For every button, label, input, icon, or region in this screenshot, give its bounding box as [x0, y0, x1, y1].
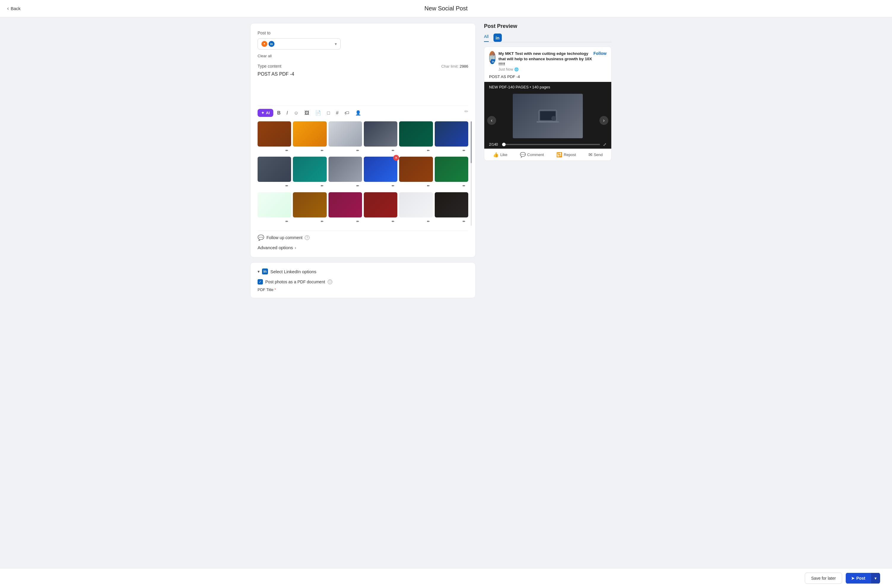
image-edit-button[interactable]: ✏ [425, 147, 432, 154]
post-to-dropdown[interactable]: ✦ in ▾ [258, 38, 341, 50]
image-edit-button[interactable]: ✏ [390, 218, 396, 225]
post-button[interactable]: ➤ Post [846, 573, 871, 584]
tag-icon: 🏷 [344, 110, 349, 116]
person-icon: 👤 [355, 110, 361, 116]
linkedin-logo: in [262, 268, 268, 274]
send-button[interactable]: ✉ Send [589, 152, 603, 158]
editor-toolbar: ✦ AI B I ☺ 🖼 📄 □ [258, 105, 468, 120]
image-edit-button[interactable]: ✏ [461, 218, 467, 225]
image-edit-button[interactable]: ✏ [425, 218, 432, 225]
image-thumbnail[interactable] [329, 157, 362, 182]
image-delete-button[interactable]: ✕ [393, 155, 399, 161]
hash-icon: # [336, 110, 339, 116]
image-edit-button[interactable]: ✏ [354, 218, 361, 225]
image-thumbnail[interactable] [364, 192, 397, 218]
document-button[interactable]: 📄 [313, 109, 323, 117]
linkedin-platform-icon: in [269, 41, 275, 47]
image-thumbnail[interactable] [258, 122, 291, 147]
image-button[interactable]: 🖼 [302, 109, 311, 117]
image-edit-button[interactable]: ✏ [425, 183, 432, 189]
fullscreen-button[interactable]: ⤢ [603, 142, 607, 147]
image-edit-button[interactable]: ✏ [319, 183, 326, 189]
image-thumbnail[interactable] [329, 122, 362, 147]
content-textarea[interactable]: POST AS PDF -4 [258, 72, 468, 104]
advanced-options-toggle[interactable]: Advanced options › [258, 245, 468, 250]
laptop-icon [536, 107, 560, 125]
carousel-prev-button[interactable]: ‹ [487, 116, 496, 125]
like-button[interactable]: 👍 Like [493, 152, 508, 158]
scrollbar[interactable] [471, 122, 472, 226]
image-thumbnail[interactable] [293, 122, 326, 147]
image-thumbnail[interactable] [399, 122, 432, 147]
list-item: ✏ [329, 192, 362, 226]
author-info: My MKT Test with new cutting edge techno… [499, 51, 593, 72]
follow-up-section: 💬 Follow up comment ? [258, 231, 468, 241]
mention-button[interactable]: □ [325, 109, 332, 117]
svg-rect-2 [536, 122, 559, 123]
image-edit-button[interactable]: ✏ [319, 218, 326, 225]
linkedin-header: ▾ in Select LinkedIn options [258, 268, 468, 274]
pencil-icon[interactable]: ✏ [464, 109, 468, 114]
collapse-icon[interactable]: ▾ [258, 269, 260, 274]
progress-counter: 2/140 [489, 142, 499, 147]
image-thumbnail[interactable] [329, 192, 362, 218]
repost-button[interactable]: 🔁 Repost [556, 152, 576, 158]
hashtag-button[interactable]: # [334, 109, 341, 117]
list-item: ✏ [399, 122, 432, 155]
image-edit-button[interactable]: ✏ [319, 147, 326, 154]
pdf-banner: NEW PDF-140 PAGES • 140 pages [484, 82, 611, 92]
image-edit-button[interactable]: ✏ [283, 147, 290, 154]
clear-all-button[interactable]: Clear all [258, 54, 272, 58]
post-author: 🏢 in My MKT Test with new cutting edge t… [489, 51, 593, 72]
scrollbar-thumb[interactable] [471, 122, 472, 163]
progress-track[interactable] [502, 144, 600, 145]
image-thumbnail[interactable] [435, 192, 468, 218]
image-edit-button[interactable]: ✏ [461, 147, 467, 154]
help-icon[interactable]: ? [305, 235, 309, 240]
image-grid-container: ✏ ✏ ✏ ✏ ✏ [258, 122, 468, 226]
image-thumbnail[interactable] [258, 192, 291, 218]
image-thumbnail[interactable] [399, 192, 432, 218]
tab-all[interactable]: All [484, 34, 489, 42]
post-dropdown-button[interactable]: ▾ [871, 573, 880, 584]
image-edit-button[interactable]: ✏ [354, 147, 361, 154]
svg-point-3 [551, 116, 556, 121]
emoji-icon: ☺ [294, 110, 299, 116]
image-thumbnail[interactable] [399, 157, 432, 182]
image-edit-button[interactable]: ✏ [461, 183, 467, 189]
ai-button[interactable]: ✦ AI [258, 109, 273, 117]
bold-button[interactable]: B [275, 109, 283, 117]
image-edit-button[interactable]: ✏ [390, 183, 396, 189]
image-icon: 🖼 [305, 110, 309, 116]
tab-linkedin-wrapper[interactable]: in [494, 33, 502, 42]
image-thumbnail[interactable] [364, 122, 397, 147]
pdf-checkbox[interactable]: ✓ [258, 279, 263, 285]
tag-button[interactable]: 🏷 [342, 109, 351, 117]
follow-button[interactable]: Follow [593, 51, 607, 56]
image-edit-button[interactable]: ✏ [283, 183, 290, 189]
image-edit-button[interactable]: ✏ [283, 218, 290, 225]
pdf-help-icon[interactable]: ⓘ [327, 279, 332, 284]
image-thumbnail[interactable] [435, 157, 468, 182]
emoji-button[interactable]: ☺ [292, 109, 300, 117]
back-button[interactable]: ‹ Back [7, 5, 21, 12]
chevron-down-post-icon: ▾ [874, 576, 877, 580]
send-icon: ✉ [589, 152, 592, 158]
image-thumbnail[interactable] [258, 157, 291, 182]
person-button[interactable]: 👤 [353, 109, 363, 117]
carousel-next-button[interactable]: › [599, 116, 608, 125]
image-thumbnail[interactable] [293, 192, 326, 218]
follow-up-label: Follow up comment [266, 235, 302, 240]
italic-button[interactable]: I [285, 109, 290, 117]
pdf-title-label: PDF Title * [258, 288, 468, 292]
footer: Save for later ➤ Post ▾ [0, 568, 892, 588]
image-carousel: ‹ › 2/140 ⤢ [484, 92, 611, 148]
image-edit-button[interactable]: ✏ [354, 183, 361, 189]
image-thumbnail[interactable] [435, 122, 468, 147]
image-thumbnail[interactable] [364, 157, 397, 182]
save-for-later-button[interactable]: Save for later [805, 573, 842, 584]
image-thumbnail[interactable] [293, 157, 326, 182]
author-name: My MKT Test with new cutting edge techno… [499, 51, 593, 67]
image-edit-button[interactable]: ✏ [390, 147, 396, 154]
comment-button[interactable]: 💬 Comment [520, 152, 544, 158]
